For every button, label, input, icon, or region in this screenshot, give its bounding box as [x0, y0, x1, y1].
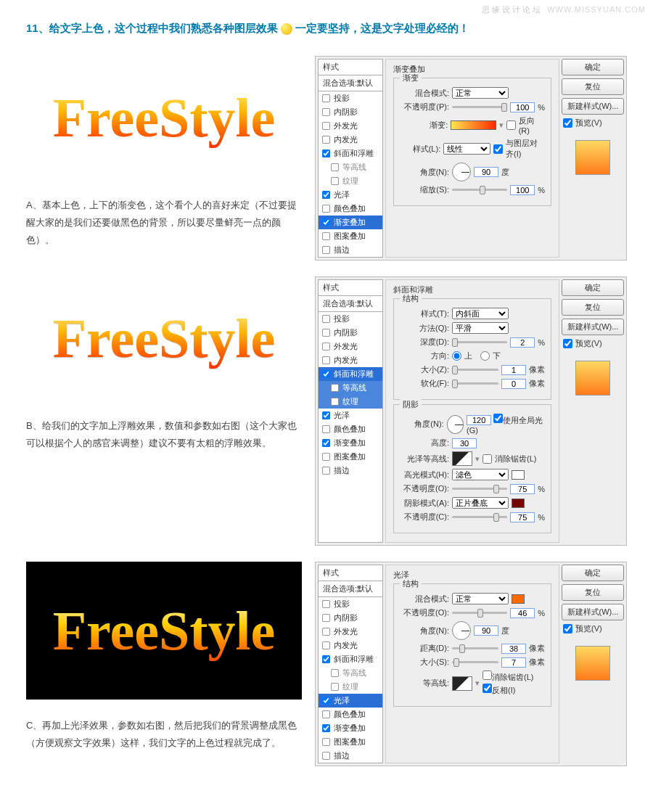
style-stroke[interactable]: 描边 — [319, 464, 382, 477]
style-color-overlay[interactable]: 颜色叠加 — [319, 422, 382, 436]
opacity-slider[interactable] — [452, 106, 507, 108]
global-light-cb[interactable] — [493, 414, 503, 423]
new-style-button[interactable]: 新建样式(W)... — [562, 98, 624, 115]
style-pattern-overlay[interactable]: 图案叠加 — [319, 450, 382, 464]
style-texture[interactable]: 纹理 — [319, 395, 382, 409]
opacity-field-c[interactable] — [510, 608, 535, 618]
style-pattern-overlay[interactable]: 图案叠加 — [319, 735, 382, 749]
gradient-swatch[interactable] — [451, 120, 496, 130]
reset-button[interactable]: 复位 — [562, 299, 624, 316]
opacity-slider-c[interactable] — [452, 612, 507, 614]
style-drop-shadow[interactable]: 投影 — [319, 91, 382, 105]
angle-field[interactable] — [467, 415, 491, 425]
antialias-cb-c[interactable] — [482, 670, 492, 680]
ok-button[interactable]: 确定 — [562, 279, 624, 296]
style-inner-shadow[interactable]: 内阴影 — [319, 105, 382, 119]
sh-opacity-field[interactable] — [510, 512, 535, 522]
dir-up-radio[interactable] — [452, 351, 461, 361]
style-bevel[interactable]: 斜面和浮雕 — [319, 147, 382, 160]
style-satin[interactable]: 光泽 — [319, 409, 382, 422]
cb-bevel[interactable] — [322, 149, 330, 157]
style-inner-glow[interactable]: 内发光 — [319, 133, 382, 147]
scale-field[interactable] — [510, 185, 535, 195]
angle-field[interactable] — [474, 167, 498, 177]
style-gradient-overlay[interactable]: 渐变叠加 — [319, 436, 382, 450]
ok-button[interactable]: 确定 — [562, 59, 624, 75]
new-style-button[interactable]: 新建样式(W)... — [562, 604, 624, 620]
sh-opacity-slider[interactable] — [452, 516, 507, 518]
size-slider[interactable] — [452, 369, 498, 371]
highlight-mode[interactable]: 滤色 — [452, 469, 509, 480]
gradient-style-select[interactable]: 线性 — [443, 143, 490, 155]
style-outer-glow[interactable]: 外发光 — [319, 119, 382, 133]
invert-cb[interactable] — [482, 684, 492, 693]
cb-texture[interactable] — [331, 177, 339, 185]
blend-options-header[interactable]: 混合选项:默认 — [318, 75, 383, 91]
angle-field-c[interactable] — [474, 626, 498, 636]
style-inner-shadow[interactable]: 内阴影 — [319, 611, 382, 625]
style-texture[interactable]: 纹理 — [319, 174, 382, 188]
style-satin[interactable]: 光泽 — [319, 188, 382, 202]
style-contour[interactable]: 等高线 — [319, 160, 382, 174]
style-pattern-overlay[interactable]: 图案叠加 — [319, 229, 382, 243]
cb-pattern-overlay[interactable] — [322, 232, 330, 240]
preview-cb[interactable] — [563, 118, 572, 128]
cb-satin[interactable] — [322, 191, 330, 199]
altitude-field[interactable] — [452, 438, 477, 448]
style-bevel[interactable]: 斜面和浮雕 — [319, 367, 382, 381]
satin-color[interactable] — [512, 594, 525, 604]
soften-slider[interactable] — [452, 382, 498, 385]
new-style-button[interactable]: 新建样式(W)... — [562, 319, 624, 335]
style-stroke[interactable]: 描边 — [319, 243, 382, 257]
align-cb[interactable] — [493, 144, 503, 154]
style-inner-glow[interactable]: 内发光 — [319, 353, 382, 367]
size-field[interactable] — [501, 365, 526, 375]
sh-color[interactable] — [512, 499, 525, 508]
style-drop-shadow[interactable]: 投影 — [319, 312, 382, 326]
cb-contour[interactable] — [331, 163, 339, 171]
cb-color-overlay[interactable] — [322, 205, 330, 213]
distance-slider[interactable] — [452, 647, 498, 649]
blendmode-select-c[interactable]: 正常 — [452, 593, 509, 604]
cb-outer-glow[interactable] — [322, 122, 330, 130]
reset-button[interactable]: 复位 — [562, 584, 624, 601]
angle-dial-c[interactable] — [452, 621, 471, 640]
blendmode-select[interactable]: 正常 — [452, 87, 509, 99]
cb-drop-shadow[interactable] — [322, 94, 330, 102]
depth-field[interactable] — [510, 337, 535, 348]
style-inner-glow[interactable]: 内发光 — [319, 639, 382, 652]
cb-inner-shadow[interactable] — [322, 108, 330, 116]
style-satin[interactable]: 光泽 — [319, 694, 382, 708]
dir-down-radio[interactable] — [480, 351, 490, 361]
opacity-field[interactable] — [510, 102, 535, 112]
style-drop-shadow[interactable]: 投影 — [319, 597, 382, 611]
angle-dial[interactable] — [452, 163, 471, 181]
style-bevel[interactable]: 斜面和浮雕 — [319, 652, 382, 666]
style-stroke[interactable]: 描边 — [319, 749, 382, 763]
style-inner-shadow[interactable]: 内阴影 — [319, 326, 382, 340]
hi-opacity-slider[interactable] — [452, 488, 507, 490]
bevel-style-select[interactable]: 内斜面 — [452, 308, 509, 319]
antialias-cb[interactable] — [482, 454, 492, 464]
technique-select[interactable]: 平滑 — [452, 322, 509, 334]
preview-cb[interactable] — [563, 624, 572, 633]
size-slider-c[interactable] — [452, 661, 498, 663]
reverse-cb[interactable] — [506, 120, 516, 130]
depth-slider[interactable] — [452, 341, 507, 343]
cb-inner-glow[interactable] — [322, 136, 330, 144]
soften-field[interactable] — [501, 379, 526, 389]
hi-color[interactable] — [512, 470, 525, 480]
style-contour[interactable]: 等高线 — [319, 381, 382, 395]
style-contour[interactable]: 等高线 — [319, 666, 382, 680]
distance-field[interactable] — [501, 644, 526, 654]
gloss-contour[interactable] — [452, 451, 472, 466]
style-outer-glow[interactable]: 外发光 — [319, 340, 382, 353]
style-gradient-overlay[interactable]: 渐变叠加 — [319, 216, 382, 229]
style-texture[interactable]: 纹理 — [319, 680, 382, 694]
cb-stroke[interactable] — [322, 246, 330, 254]
angle-dial-b[interactable] — [447, 415, 464, 434]
hi-opacity-field[interactable] — [510, 484, 535, 494]
reset-button[interactable]: 复位 — [562, 78, 624, 95]
style-outer-glow[interactable]: 外发光 — [319, 625, 382, 639]
contour-picker[interactable] — [452, 676, 472, 691]
